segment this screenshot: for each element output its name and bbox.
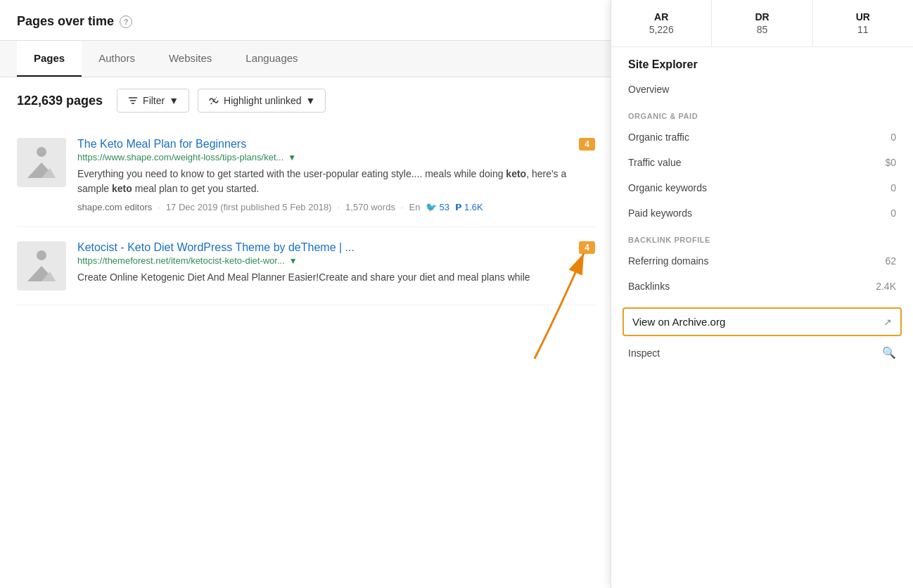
backlink-profile-label: BACKLINK PROFILE xyxy=(611,226,913,248)
metric-header: AR 5,226 DR 85 UR 11 xyxy=(611,0,913,47)
paid-keywords-value: 0 xyxy=(890,207,896,219)
result-content-2: Ketocist - Keto Diet WordPress Theme by … xyxy=(77,241,595,290)
green-arrow-icon-1: ▼ xyxy=(288,153,296,162)
archive-label: View on Archive.org xyxy=(632,316,725,328)
result-title-row-1: The Keto Meal Plan for Beginners 4 xyxy=(77,138,595,151)
result-item-2: Ketocist - Keto Diet WordPress Theme by … xyxy=(17,227,595,305)
filter-button[interactable]: Filter ▼ xyxy=(117,89,189,113)
result-badge-1: 4 xyxy=(579,138,595,151)
highlight-arrow-icon: ▼ xyxy=(306,95,316,106)
traffic-value-value: $0 xyxy=(885,157,896,168)
pages-count: 122,639 pages xyxy=(17,94,103,108)
overview-label: Overview xyxy=(628,84,669,95)
menu-item-paid-keywords[interactable]: Paid keywords 0 xyxy=(611,200,913,226)
result-url-1[interactable]: https://www.shape.com/weight-loss/tips-p… xyxy=(77,152,283,162)
organic-traffic-label: Organic traffic xyxy=(628,132,689,143)
metric-dr-value: 85 xyxy=(726,24,798,35)
backlinks-label: Backlinks xyxy=(628,281,670,292)
organic-keywords-label: Organic keywords xyxy=(628,182,707,193)
filter-arrow-icon: ▼ xyxy=(169,95,179,106)
highlight-label: Highlight unlinked xyxy=(224,95,302,106)
result-description-1: Everything you need to know to get start… xyxy=(77,167,595,196)
menu-item-archive[interactable]: View on Archive.org ↗ xyxy=(622,307,902,336)
main-content: Pages over time ? Pages Authors Websites… xyxy=(0,0,612,588)
thumbnail-2 xyxy=(17,241,66,290)
thumbnail-1 xyxy=(17,138,66,187)
external-link-icon: ↗ xyxy=(883,317,892,328)
panel-content: Site Explorer Overview ORGANIC & PAID Or… xyxy=(611,47,913,366)
metric-ur-label: UR xyxy=(827,11,899,23)
tab-languages[interactable]: Languages xyxy=(229,41,314,77)
thumb-circle-icon xyxy=(37,147,46,157)
result-date-1: 17 Dec 2019 (first published 5 Feb 2018) xyxy=(166,202,332,212)
result-title-link-1[interactable]: The Keto Meal Plan for Beginners xyxy=(77,138,246,151)
result-badge-2: 4 xyxy=(579,241,595,254)
result-url-2[interactable]: https://themeforest.net/item/ketocist-ke… xyxy=(77,255,285,266)
menu-item-backlinks[interactable]: Backlinks 2.4K xyxy=(611,274,913,299)
result-item: The Keto Meal Plan for Beginners 4 https… xyxy=(17,124,595,227)
tab-authors[interactable]: Authors xyxy=(82,41,152,77)
green-arrow-icon-2: ▼ xyxy=(289,256,298,266)
pinterest-count-1: 𝗣 1.6K xyxy=(455,202,483,212)
site-explorer-title: Site Explorer xyxy=(611,47,913,77)
help-icon[interactable]: ? xyxy=(120,15,132,28)
result-words-1: 1,570 words xyxy=(345,202,395,212)
section-title: Pages over time ? xyxy=(17,14,595,40)
result-description-2: Create Online Ketogenic Diet And Meal Pl… xyxy=(77,270,595,285)
pinterest-icon: 𝗣 xyxy=(455,202,462,212)
paid-keywords-label: Paid keywords xyxy=(628,207,692,219)
organic-keywords-value: 0 xyxy=(890,182,896,193)
thumb-circle-icon-2 xyxy=(37,250,46,260)
traffic-value-label: Traffic value xyxy=(628,157,681,168)
filter-label: Filter xyxy=(143,95,165,106)
referring-domains-value: 62 xyxy=(885,255,896,267)
result-content-1: The Keto Meal Plan for Beginners 4 https… xyxy=(77,138,595,212)
twitter-icon: 🐦 xyxy=(426,202,437,212)
menu-item-traffic-value[interactable]: Traffic value $0 xyxy=(611,150,913,175)
inspect-label: Inspect xyxy=(628,347,660,359)
backlinks-value: 2.4K xyxy=(876,281,896,292)
tabs-bar: Pages Authors Websites Languages xyxy=(0,40,612,77)
menu-item-organic-traffic[interactable]: Organic traffic 0 xyxy=(611,124,913,150)
thumb-mountain-icon-2 xyxy=(27,263,56,281)
organic-traffic-value: 0 xyxy=(890,132,896,143)
metric-dr: DR 85 xyxy=(712,0,812,46)
dropdown-panel: AR 5,226 DR 85 UR 11 Site Explorer Overv… xyxy=(611,0,913,588)
metric-ur: UR 11 xyxy=(813,0,913,46)
menu-item-overview[interactable]: Overview xyxy=(611,77,913,102)
thumb-mountain-icon xyxy=(27,160,56,178)
menu-item-referring-domains[interactable]: Referring domains 62 xyxy=(611,248,913,274)
metric-ar: AR 5,226 xyxy=(611,0,712,46)
section-title-text: Pages over time xyxy=(17,14,114,29)
organic-paid-label: ORGANIC & PAID xyxy=(611,102,913,124)
tabs-list: Pages Authors Websites Languages xyxy=(0,41,612,77)
search-icon: 🔍 xyxy=(882,346,896,359)
twitter-count-1: 🐦 53 xyxy=(426,202,449,212)
result-title-link-2[interactable]: Ketocist - Keto Diet WordPress Theme by … xyxy=(77,241,355,254)
result-lang-1: En xyxy=(409,202,421,212)
menu-item-organic-keywords[interactable]: Organic keywords 0 xyxy=(611,175,913,200)
metric-ar-label: AR xyxy=(625,11,697,23)
header: Pages over time ? xyxy=(0,0,612,40)
referring-domains-label: Referring domains xyxy=(628,255,708,267)
metric-ur-value: 11 xyxy=(827,24,899,35)
results-list: The Keto Meal Plan for Beginners 4 https… xyxy=(0,124,612,305)
menu-item-inspect[interactable]: Inspect 🔍 xyxy=(611,339,913,366)
tab-websites[interactable]: Websites xyxy=(152,41,229,77)
metric-dr-label: DR xyxy=(726,11,798,23)
result-title-row-2: Ketocist - Keto Diet WordPress Theme by … xyxy=(77,241,595,254)
filters-row: 122,639 pages Filter ▼ Highlight unlinke… xyxy=(0,77,612,124)
result-author-1: shape.com editors xyxy=(77,202,152,212)
metric-ar-value: 5,226 xyxy=(625,24,697,35)
tab-pages[interactable]: Pages xyxy=(17,41,82,77)
result-url-row-2: https://themeforest.net/item/ketocist-ke… xyxy=(77,255,595,266)
highlight-button[interactable]: Highlight unlinked ▼ xyxy=(198,89,326,113)
result-url-row-1: https://www.shape.com/weight-loss/tips-p… xyxy=(77,152,595,162)
result-meta-1: shape.com editors · 17 Dec 2019 (first p… xyxy=(77,202,595,212)
